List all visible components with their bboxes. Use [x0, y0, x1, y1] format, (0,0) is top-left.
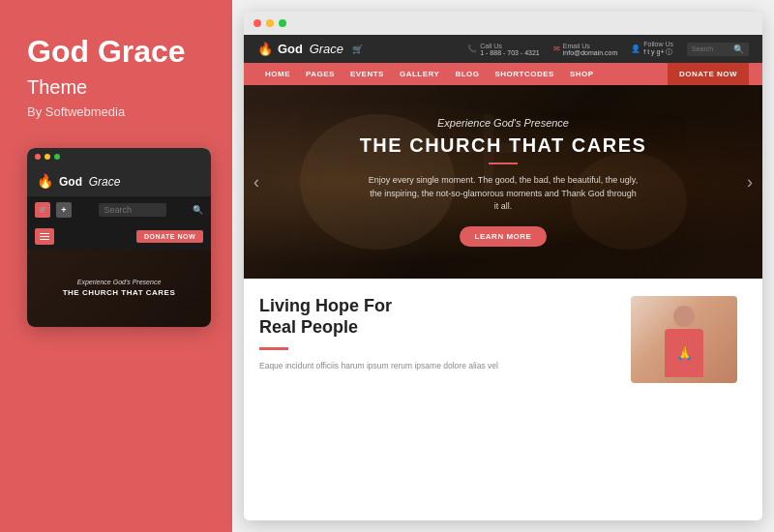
section-description: Eaque incidunt officiis harum ipsum reru…	[259, 360, 615, 372]
site-content: Living Hope For Real People Eaque incidu…	[244, 279, 762, 520]
email-icon: ✉	[553, 44, 560, 53]
nav-blog[interactable]: BLOG	[447, 63, 487, 85]
dot-yellow	[45, 154, 50, 160]
browser-window: 🔥 God Grace 🛒 📞 Call Us 1 - 888 - 703 - …	[244, 12, 762, 520]
hero-title: THE CHURCH THAT CARES	[360, 134, 647, 157]
call-number: 1 - 888 - 703 - 4321	[480, 49, 540, 56]
mobile-hero: Experience God's Presence THE CHURCH THA…	[27, 250, 211, 327]
nav-shortcodes[interactable]: SHORTCODES	[487, 63, 561, 85]
person-silhouette: 🙏	[655, 306, 713, 383]
header-cart-icon[interactable]: 🛒	[352, 44, 363, 54]
mobile-header: 🔥 God Grace	[27, 165, 211, 196]
header-search: 🔍	[687, 43, 749, 56]
theme-author: By Softwebmedia	[27, 104, 205, 119]
nav-gallery[interactable]: GALLERY	[392, 63, 447, 85]
hero-learn-button[interactable]: LEARN MORE	[460, 226, 548, 247]
browser-dot-green[interactable]	[279, 19, 286, 27]
section-title-line2: Real People	[259, 317, 358, 337]
site-header-right: 📞 Call Us 1 - 888 - 703 - 4321 ✉ Email U…	[467, 41, 749, 57]
logo-flame-icon: 🔥	[257, 42, 273, 56]
follow-details: Follow Us f t y g+ ⓘ	[643, 41, 673, 57]
right-panel: 🔥 God Grace 🛒 📞 Call Us 1 - 888 - 703 - …	[232, 0, 774, 532]
nav-pages[interactable]: PAGES	[298, 63, 342, 85]
content-right: 🙏	[631, 296, 747, 503]
mobile-donate-button[interactable]: DONATE NOW	[136, 230, 203, 243]
logo-text: God Grace	[278, 42, 343, 56]
mobile-donate-bar: DONATE NOW	[27, 223, 211, 250]
mobile-search-input[interactable]	[99, 203, 166, 217]
header-social: 👤 Follow Us f t y g+ ⓘ	[631, 41, 673, 57]
mobile-plus-icon[interactable]: +	[56, 202, 72, 218]
person-body: 🙏	[665, 329, 703, 377]
browser-dot-red[interactable]	[253, 19, 261, 27]
section-divider	[259, 347, 288, 350]
hero-subtitle: Experience God's Presence	[360, 117, 647, 129]
social-links: f t y g+ ⓘ	[643, 47, 673, 57]
phone-details: Call Us 1 - 888 - 703 - 4321	[480, 43, 540, 56]
site-logo: 🔥 God Grace 🛒	[257, 42, 363, 56]
hero-next-arrow[interactable]: ›	[747, 172, 753, 192]
mobile-hero-title: THE CHURCH THAT CARES	[63, 288, 176, 297]
mobile-search-icon[interactable]: 🔍	[193, 205, 203, 215]
browser-top-bar	[244, 12, 762, 35]
mobile-hero-subtitle: Experience God's Presence	[77, 279, 162, 285]
mobile-logo-god: God	[59, 175, 82, 189]
header-phone: 📞 Call Us 1 - 888 - 703 - 4321	[467, 43, 540, 56]
email-label: Email Us	[563, 43, 618, 49]
social-icon: 👤	[631, 44, 640, 53]
email-value: info@domain.com	[563, 49, 618, 56]
follow-label: Follow Us	[643, 41, 673, 47]
mobile-cart-icon[interactable]: 🛒	[35, 202, 50, 218]
call-label: Call Us	[480, 43, 540, 49]
person-head	[673, 306, 695, 327]
logo-grace: Grace	[310, 42, 343, 56]
header-search-icon[interactable]: 🔍	[733, 44, 744, 54]
hero-prev-arrow[interactable]: ‹	[253, 172, 259, 192]
nav-donate-button[interactable]: DONATE NOW	[668, 63, 749, 85]
dot-green	[54, 154, 60, 160]
theme-title: God Grace	[27, 35, 205, 69]
nav-shop[interactable]: SHOP	[562, 63, 602, 85]
header-search-input[interactable]	[692, 45, 730, 52]
mobile-flame-icon: 🔥	[37, 173, 53, 189]
hero-description: Enjoy every single moment. The good, the…	[368, 174, 639, 214]
person-hands-icon: 🙏	[676, 345, 693, 361]
site-header: 🔥 God Grace 🛒 📞 Call Us 1 - 888 - 703 - …	[244, 35, 762, 63]
section-title-line1: Living Hope For	[259, 296, 392, 315]
theme-subtitle: Theme	[27, 76, 205, 99]
phone-icon: 📞	[467, 44, 477, 53]
logo-god: God	[278, 42, 303, 56]
mobile-search-bar: 🛒 + 🔍	[27, 196, 211, 223]
left-panel: God Grace Theme By Softwebmedia 🔥 God Gr…	[0, 0, 232, 532]
person-image: 🙏	[631, 296, 737, 383]
section-title: Living Hope For Real People	[259, 296, 615, 338]
mobile-icons: 🛒 +	[35, 202, 72, 218]
mobile-hamburger-icon[interactable]	[35, 228, 54, 245]
site-nav: HOME PAGES EVENTS GALLERY BLOG SHORTCODE…	[244, 63, 762, 85]
mobile-mockup: 🔥 God Grace 🛒 + 🔍 DONATE NOW	[27, 148, 211, 327]
nav-events[interactable]: EVENTS	[342, 63, 392, 85]
browser-dot-yellow[interactable]	[266, 19, 274, 27]
content-left: Living Hope For Real People Eaque incidu…	[259, 296, 615, 503]
nav-home[interactable]: HOME	[257, 63, 298, 85]
mobile-logo: God Grace	[59, 174, 120, 189]
header-email: ✉ Email Us info@domain.com	[553, 43, 618, 56]
mobile-top-bar	[27, 148, 211, 165]
dot-red	[35, 154, 41, 160]
mobile-logo-grace: Grace	[89, 175, 121, 189]
email-details: Email Us info@domain.com	[563, 43, 618, 56]
site-hero: Experience God's Presence THE CHURCH THA…	[244, 85, 762, 279]
hero-divider	[489, 163, 518, 164]
nav-links: HOME PAGES EVENTS GALLERY BLOG SHORTCODE…	[257, 63, 602, 85]
hero-content: Experience God's Presence THE CHURCH THA…	[360, 117, 647, 247]
